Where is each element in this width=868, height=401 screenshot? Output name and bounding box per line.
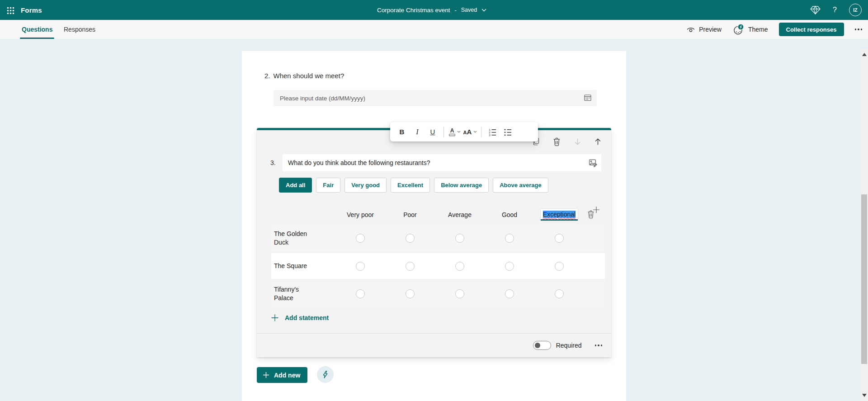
header-actions: ? IZ — [810, 0, 862, 20]
likert-radio[interactable] — [505, 234, 514, 243]
save-status: Saved — [461, 7, 477, 13]
likert-column-editing-cell: Exceptional — [534, 205, 584, 225]
diamond-icon — [810, 6, 821, 14]
move-question-down-button[interactable] — [572, 137, 582, 147]
add-column-icon[interactable] — [593, 206, 600, 213]
likert-radio[interactable] — [406, 234, 415, 243]
numbered-list-button[interactable]: 123 — [485, 124, 500, 139]
add-new-label: Add new — [274, 372, 300, 379]
scroll-up-icon[interactable] — [862, 53, 867, 56]
theme-button[interactable]: Theme — [732, 24, 768, 36]
tab-questions[interactable]: Questions — [22, 20, 52, 39]
date-input-wrap — [274, 90, 597, 106]
chevron-down-icon — [457, 131, 461, 133]
question-footer: Required — [257, 334, 611, 357]
bold-button[interactable]: B — [394, 124, 410, 139]
add-all-button[interactable]: Add all — [279, 178, 312, 193]
likert-column-poor[interactable]: Poor — [385, 205, 435, 225]
insert-media-button[interactable] — [588, 158, 598, 168]
question-3-title-input[interactable]: What do you think about the following re… — [283, 154, 601, 171]
suggestion-chip-very-good[interactable]: Very good — [344, 178, 387, 193]
statement-label[interactable]: Tifanny's Palace — [271, 280, 335, 307]
toggle-knob — [535, 343, 540, 348]
likert-header-row: Very poor Poor Average Good Exceptional — [271, 205, 605, 225]
more-options-icon[interactable] — [855, 25, 863, 34]
command-bar-actions: Preview Theme Collect responses — [686, 20, 862, 39]
command-bar: Questions Responses Preview Theme Collec… — [0, 20, 868, 39]
theme-palette-icon — [732, 24, 745, 36]
waffle-icon — [7, 7, 14, 14]
likert-column-very-poor[interactable]: Very poor — [335, 205, 385, 225]
question-2-title[interactable]: 2. When should we meet? — [264, 72, 344, 80]
font-size-icon: A A — [463, 128, 472, 136]
plus-icon — [263, 372, 269, 378]
likert-radio[interactable] — [356, 262, 365, 271]
question-3-number: 3. — [270, 159, 283, 166]
likert-radio[interactable] — [455, 262, 464, 271]
likert-radio[interactable] — [555, 262, 564, 271]
help-icon[interactable]: ? — [833, 6, 837, 14]
suggestion-chip-above-average[interactable]: Above average — [493, 178, 548, 193]
form-title-group[interactable]: Corporate Christmas event - Saved — [377, 0, 486, 20]
trash-icon — [552, 137, 561, 146]
question-3-card: 3. What do you think about the following… — [257, 128, 611, 357]
scrollbar[interactable] — [860, 49, 868, 401]
likert-column-good[interactable]: Good — [485, 205, 534, 225]
suggestion-chip-excellent[interactable]: Excellent — [391, 178, 430, 193]
suggestion-chip-fair[interactable]: Fair — [316, 178, 340, 193]
delete-question-button[interactable] — [552, 137, 561, 147]
question-more-options-icon[interactable] — [595, 341, 603, 350]
avatar[interactable]: IZ — [849, 4, 862, 16]
likert-radio[interactable] — [555, 289, 564, 298]
quick-start-button[interactable] — [317, 366, 334, 383]
required-toggle[interactable] — [533, 341, 551, 350]
bullet-list-button[interactable] — [500, 124, 515, 139]
font-size-button[interactable]: A A — [462, 124, 478, 139]
toolbar-divider — [443, 127, 444, 137]
date-input[interactable] — [274, 95, 584, 102]
suggestion-chip-below-average[interactable]: Below average — [434, 178, 489, 193]
likert-radio[interactable] — [505, 289, 514, 298]
question-3-text: What do you think about the following re… — [288, 159, 430, 166]
preview-button[interactable]: Preview — [686, 25, 722, 33]
svg-text:3: 3 — [489, 133, 491, 137]
likert-radio[interactable] — [455, 234, 464, 243]
likert-radio[interactable] — [406, 262, 415, 271]
statement-label[interactable]: The Square — [271, 253, 335, 279]
font-color-icon: A — [449, 128, 455, 136]
chevron-down-icon[interactable] — [481, 9, 486, 12]
option-suggestions-row: Add all Fair Very good Excellent Below a… — [279, 178, 548, 193]
forms-app-screen: Forms Corporate Christmas event - Saved … — [0, 0, 868, 401]
scrollbar-thumb[interactable] — [861, 194, 867, 364]
underline-button[interactable]: U — [425, 124, 440, 139]
calendar-icon[interactable] — [584, 94, 592, 103]
tab-responses[interactable]: Responses — [64, 20, 95, 39]
bullet-list-icon — [503, 127, 512, 137]
statement-label[interactable]: The Golden Duck — [271, 225, 335, 252]
likert-column-average[interactable]: Average — [435, 205, 485, 225]
likert-row-tifannys-palace: Tifanny's Palace — [271, 280, 605, 307]
plus-icon — [271, 314, 279, 322]
likert-radio[interactable] — [455, 289, 464, 298]
add-new-button[interactable]: Add new — [257, 367, 307, 383]
collect-responses-button[interactable]: Collect responses — [779, 23, 844, 36]
likert-radio[interactable] — [356, 234, 365, 243]
likert-radio[interactable] — [555, 234, 564, 243]
likert-radio[interactable] — [505, 262, 514, 271]
arrow-up-icon — [593, 137, 603, 146]
font-color-button[interactable]: A — [447, 124, 462, 139]
likert-radio[interactable] — [406, 289, 415, 298]
likert-column-edit-input[interactable]: Exceptional — [541, 209, 578, 221]
add-statement-label: Add statement — [285, 314, 329, 321]
question-2-number: 2. — [264, 72, 270, 80]
premium-button[interactable] — [810, 5, 821, 15]
app-launcher-button[interactable] — [4, 4, 17, 17]
likert-radio[interactable] — [356, 289, 365, 298]
italic-button[interactable]: I — [410, 124, 425, 139]
chevron-down-icon — [473, 131, 477, 133]
add-statement-button[interactable]: Add statement — [271, 314, 329, 322]
required-label: Required — [556, 342, 582, 349]
move-question-up-button[interactable] — [593, 137, 603, 147]
question-3-title-row: 3. What do you think about the following… — [270, 154, 601, 171]
scroll-down-icon[interactable] — [862, 394, 867, 397]
